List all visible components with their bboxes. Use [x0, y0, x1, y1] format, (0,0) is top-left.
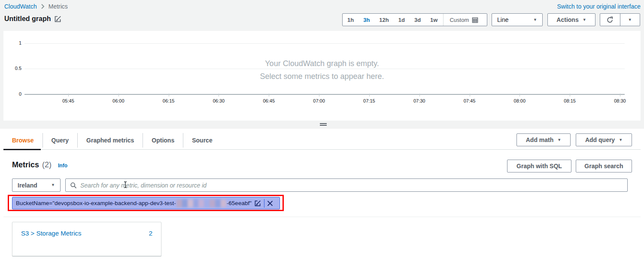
x-tick-label: 06:30: [210, 98, 227, 103]
chart-type-select[interactable]: Line ▼: [492, 13, 543, 26]
graph-title-row: Untitled graph: [4, 15, 61, 23]
add-query-label: Add query: [585, 136, 615, 143]
region-value: Ireland: [18, 182, 37, 189]
page-title: Untitled graph: [4, 15, 51, 23]
time-range-3h[interactable]: 3h: [358, 14, 374, 26]
x-tick-label: 07:30: [411, 98, 428, 103]
edit-title-icon[interactable]: [55, 15, 61, 22]
search-icon: [70, 182, 77, 189]
refresh-split-button: ▼: [600, 13, 640, 26]
x-tick-label: 06:00: [110, 98, 127, 103]
x-tick-label: 07:00: [310, 98, 328, 103]
dimension-filter-pill[interactable]: BucketName="devopsbox-io-example-backend…: [12, 197, 280, 209]
info-link[interactable]: Info: [58, 163, 67, 169]
metric-search-box: [65, 178, 628, 192]
add-math-label: Add math: [526, 136, 554, 143]
time-range-control: 1h 3h 12h 1d 3d 1w Custom: [342, 13, 487, 26]
chevron-down-icon: ▼: [619, 138, 623, 142]
tab-query[interactable]: Query: [43, 131, 77, 149]
filter-pill-text: -65eeabf": [227, 200, 252, 206]
add-query-button[interactable]: Add query ▼: [576, 133, 632, 146]
refresh-options-button[interactable]: ▼: [620, 14, 640, 26]
cloudwatch-metrics-page: CloudWatch Metrics Switch to your origin…: [0, 0, 644, 260]
remove-filter-icon[interactable]: [267, 200, 273, 206]
x-tick-label: 06:45: [260, 98, 277, 103]
x-tick-label: 07:45: [461, 98, 478, 103]
add-math-button[interactable]: Add math ▼: [516, 133, 571, 146]
empty-graph-message-line1: Your CloudWatch graph is empty.: [3, 59, 641, 68]
tab-graphed-metrics[interactable]: Graphed metrics: [78, 131, 143, 149]
chevron-down-icon: ▼: [628, 18, 632, 22]
namespace-card-s3-storage-metrics[interactable]: S3 > Storage Metrics 2: [12, 222, 161, 256]
switch-interface-link[interactable]: Switch to your original interface: [557, 3, 641, 10]
x-axis-line: [24, 94, 625, 95]
refresh-icon: [606, 16, 614, 24]
region-selector[interactable]: Ireland ▼: [12, 178, 61, 192]
x-axis-labels: 05:45 06:00 06:15 06:30 06:45 07:00 07:1…: [60, 98, 629, 103]
actions-label: Actions: [556, 16, 578, 23]
time-range-12h[interactable]: 12h: [374, 14, 393, 26]
empty-graph-message-line2: Select some metrics to appear here.: [3, 72, 641, 81]
metrics-heading-row: Metrics (2) Info: [12, 160, 67, 169]
segment-divider: [443, 14, 444, 26]
x-tick-label: 08:30: [611, 98, 629, 103]
x-tick-label: 08:00: [511, 98, 528, 103]
chevron-down-icon: ▼: [583, 18, 586, 22]
calendar-icon: [472, 17, 478, 23]
redacted-text-blur: [176, 200, 226, 207]
time-range-1w[interactable]: 1w: [425, 14, 442, 26]
x-tick-label: 07:15: [361, 98, 378, 103]
chart-type-value: Line: [497, 16, 508, 23]
section-divider: [3, 217, 641, 217]
time-range-1d[interactable]: 1d: [394, 14, 410, 26]
metrics-browser-panel: Browse Query Graphed metrics Options Sou…: [0, 129, 644, 260]
cloudwatch-graph: 1 0.5 0 05:45 06:00 06:15 06:30 06:45 07…: [3, 31, 641, 121]
graph-with-sql-label: Graph with SQL: [516, 163, 562, 169]
chevron-down-icon: ▼: [533, 18, 537, 22]
tab-source[interactable]: Source: [183, 131, 221, 149]
breadcrumb-current: Metrics: [49, 3, 68, 10]
x-tick-label: 06:15: [160, 98, 177, 103]
namespace-metric-count: 2: [149, 230, 152, 237]
edit-filter-icon[interactable]: [255, 200, 261, 206]
metrics-count: (2): [42, 160, 52, 169]
y-tick-label: 1: [3, 40, 21, 45]
actions-button[interactable]: Actions ▼: [547, 13, 595, 26]
graph-with-sql-button[interactable]: Graph with SQL: [507, 160, 571, 172]
tab-options[interactable]: Options: [143, 131, 183, 149]
time-range-1h[interactable]: 1h: [343, 14, 358, 26]
filter-pill-text: BucketName="devopsbox-io-example-backend…: [16, 200, 176, 206]
graph-search-label: Graph search: [584, 163, 623, 169]
namespace-link[interactable]: S3 > Storage Metrics: [21, 230, 81, 237]
y-tick-label: 0: [3, 91, 21, 97]
chevron-down-icon: ▼: [51, 183, 55, 187]
metrics-heading: Metrics: [12, 160, 39, 169]
metric-search-input[interactable]: [80, 182, 623, 189]
panel-resize-handle[interactable]: [0, 121, 644, 129]
gridline-0-5: [24, 69, 625, 69]
resize-handle-icon: [320, 125, 327, 126]
time-range-3d[interactable]: 3d: [410, 14, 425, 26]
x-tick-label: 05:45: [60, 98, 77, 103]
refresh-button[interactable]: [600, 14, 620, 26]
chevron-down-icon: ▼: [557, 138, 561, 142]
custom-time-range-button[interactable]: Custom: [444, 14, 483, 26]
breadcrumb: CloudWatch Metrics: [4, 3, 68, 10]
graph-search-button[interactable]: Graph search: [576, 160, 632, 172]
resize-handle-icon: [320, 123, 327, 124]
tab-browse[interactable]: Browse: [3, 131, 43, 149]
custom-label: Custom: [450, 17, 469, 23]
x-tick-label: 08:15: [561, 98, 578, 103]
pill-divider: [264, 199, 264, 208]
breadcrumb-cloudwatch-link[interactable]: CloudWatch: [4, 3, 37, 10]
gridline-1: [24, 43, 625, 44]
chevron-right-icon: [41, 4, 45, 9]
